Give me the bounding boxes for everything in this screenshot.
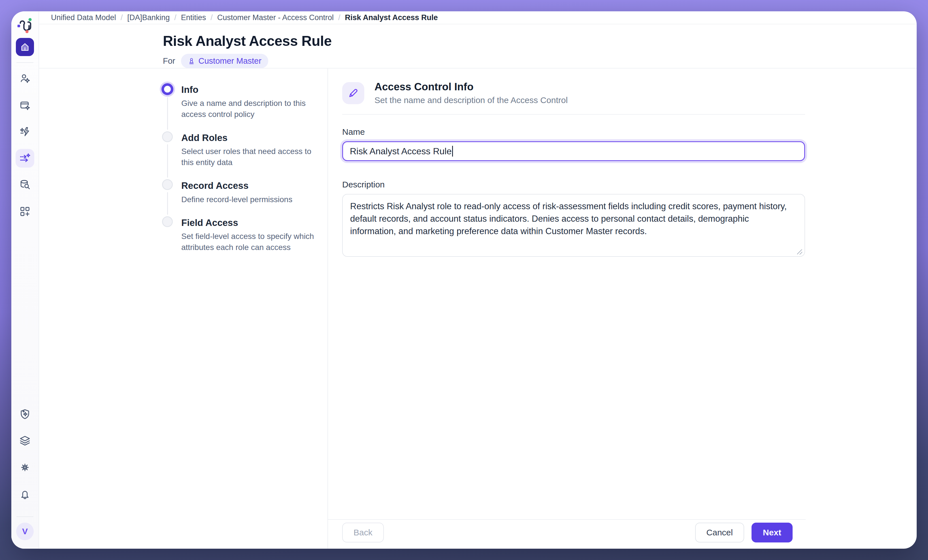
next-button[interactable]: Next xyxy=(751,523,792,542)
step-connector xyxy=(167,192,168,214)
layers-icon xyxy=(19,435,31,447)
sidebar-divider xyxy=(17,516,34,517)
description-field-label: Description xyxy=(342,180,917,189)
for-label: For xyxy=(163,56,176,66)
app-window: V Unified Data Model / [DA]Banking / Ent… xyxy=(11,11,917,549)
step-field-access: Field Access Set field-level access to s… xyxy=(161,216,327,265)
sidebar-item-security[interactable] xyxy=(15,405,34,423)
user-avatar[interactable]: V xyxy=(16,523,34,540)
breadcrumb-item[interactable]: [DA]Banking xyxy=(127,13,170,22)
sparkle-bolt-icon xyxy=(19,126,31,138)
step-connector xyxy=(167,97,168,130)
bell-icon xyxy=(19,488,31,500)
breadcrumb-current: Risk Analyst Access Rule xyxy=(345,13,438,22)
step-info: Info Give a name and description to this… xyxy=(161,83,327,131)
pencil-tile xyxy=(342,82,364,104)
pawn-icon xyxy=(188,58,195,65)
entity-chip: Customer Master xyxy=(181,54,268,68)
cancel-button[interactable]: Cancel xyxy=(695,523,744,542)
section-subtitle: Set the name and description of the Acce… xyxy=(374,96,568,105)
gear-icon xyxy=(19,461,31,473)
section-divider xyxy=(342,114,805,115)
step-connector xyxy=(167,145,168,178)
section-header: Access Control Info Set the name and des… xyxy=(342,81,917,105)
sidebar: V xyxy=(11,11,39,549)
sidebar-item-user-sparkle[interactable] xyxy=(15,69,34,88)
grid-plus-icon xyxy=(19,205,31,218)
sidebar-item-automation-bolt[interactable] xyxy=(15,122,34,141)
sidebar-divider xyxy=(17,62,34,63)
sidebar-item-data-explorer[interactable] xyxy=(15,175,34,194)
step-title: Info xyxy=(181,84,317,96)
name-input-value: Risk Analyst Access Rule xyxy=(350,146,452,157)
sidebar-item-form-sparkle[interactable] xyxy=(15,96,34,114)
page-header: Risk Analyst Access Rule For Customer Ma… xyxy=(39,24,917,68)
sidebar-item-settings[interactable] xyxy=(15,458,34,477)
wizard-form: Access Control Info Set the name and des… xyxy=(328,68,917,549)
step-radio-record-access[interactable] xyxy=(162,179,173,190)
breadcrumb-item[interactable]: Unified Data Model xyxy=(51,13,116,22)
breadcrumb: Unified Data Model / [DA]Banking / Entit… xyxy=(39,11,917,24)
user-sparkle-icon xyxy=(19,73,31,84)
home-icon xyxy=(19,41,31,53)
step-add-roles: Add Roles Select user roles that need ac… xyxy=(161,131,327,180)
sidebar-item-layers[interactable] xyxy=(15,431,34,450)
app-logo-icon xyxy=(17,17,33,33)
flow-arrows-icon xyxy=(19,152,31,164)
back-button[interactable]: Back xyxy=(342,523,384,542)
database-search-icon xyxy=(19,179,31,191)
step-radio-add-roles[interactable] xyxy=(162,131,173,142)
sidebar-item-home[interactable] xyxy=(16,38,34,56)
breadcrumb-item[interactable]: Entities xyxy=(181,13,206,22)
name-field-label: Name xyxy=(342,127,917,137)
breadcrumb-separator: / xyxy=(174,13,177,22)
text-caret xyxy=(452,146,453,157)
step-description: Select user roles that need access to th… xyxy=(181,146,317,168)
main-area: Unified Data Model / [DA]Banking / Entit… xyxy=(39,11,917,549)
entity-chip-label: Customer Master xyxy=(198,56,261,66)
sidebar-item-apps-add[interactable] xyxy=(15,202,34,221)
description-textarea[interactable]: Restricts Risk Analyst role to read-only… xyxy=(342,194,805,257)
step-description: Give a name and description to this acce… xyxy=(181,98,317,120)
step-title: Add Roles xyxy=(181,132,317,143)
step-title: Field Access xyxy=(181,217,317,228)
form-sparkle-icon xyxy=(19,99,31,111)
step-record-access: Record Access Define record-level permis… xyxy=(161,179,327,216)
breadcrumb-separator: / xyxy=(121,13,123,22)
sidebar-item-flows[interactable] xyxy=(15,149,34,167)
step-description: Define record-level permissions xyxy=(181,194,292,205)
wizard-footer: Back Cancel Next xyxy=(328,519,806,549)
step-radio-field-access[interactable] xyxy=(162,216,173,227)
breadcrumb-item[interactable]: Customer Master - Access Control xyxy=(217,13,334,22)
shield-sparkle-icon xyxy=(19,408,31,420)
breadcrumb-separator: / xyxy=(338,13,340,22)
step-description: Set field-level access to specify which … xyxy=(181,231,317,253)
section-title: Access Control Info xyxy=(374,81,568,93)
breadcrumb-separator: / xyxy=(211,13,213,22)
wizard-steps: Info Give a name and description to this… xyxy=(39,68,328,549)
step-title: Record Access xyxy=(181,180,292,192)
pencil-icon xyxy=(347,87,359,99)
name-input[interactable]: Risk Analyst Access Rule xyxy=(342,141,805,161)
page-title: Risk Analyst Access Rule xyxy=(163,33,917,49)
step-radio-info[interactable] xyxy=(162,83,173,95)
sidebar-item-notifications[interactable] xyxy=(15,485,34,504)
